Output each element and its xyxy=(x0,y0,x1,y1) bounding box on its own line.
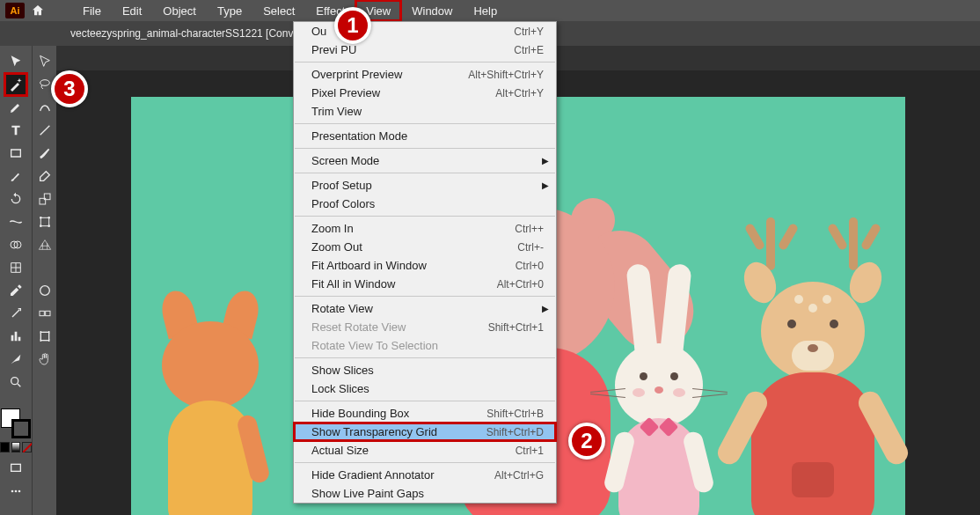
curvature-tool[interactable] xyxy=(34,97,55,118)
menuitem-screen-mode[interactable]: Screen Mode▶ xyxy=(294,151,556,170)
callout-3: 3 xyxy=(51,70,88,107)
menuitem-overprint-preview[interactable]: Overprint PreviewAlt+Shift+Ctrl+Y xyxy=(294,65,556,84)
menuitem-show-live-paint-gaps[interactable]: Show Live Paint Gaps xyxy=(294,484,556,503)
menuitem-fit-artboard-in-window[interactable]: Fit Artboard in WindowCtrl+0 xyxy=(294,256,556,275)
svg-point-4 xyxy=(11,490,14,493)
color-picker-icon[interactable] xyxy=(34,280,55,301)
svg-point-6 xyxy=(18,490,21,493)
fill-stroke[interactable] xyxy=(0,408,32,452)
rectangle-tool[interactable] xyxy=(5,143,26,164)
perspective-grid-tool[interactable] xyxy=(34,234,55,255)
svg-point-7 xyxy=(40,80,49,86)
svg-rect-18 xyxy=(45,311,49,315)
illustration-fox xyxy=(149,242,272,515)
pen-tool[interactable] xyxy=(5,97,26,118)
menuitem-reset-rotate-view: Reset Rotate ViewShift+Ctrl+1 xyxy=(294,318,556,336)
menu-select[interactable]: Select xyxy=(252,0,305,21)
menu-object[interactable]: Object xyxy=(152,0,207,21)
eyedropper-tool[interactable] xyxy=(5,280,26,301)
rotate-tool[interactable] xyxy=(5,188,26,210)
menuitem-proof-setup[interactable]: Proof Setup▶ xyxy=(294,176,556,195)
menu-type[interactable]: Type xyxy=(207,0,252,21)
menuitem-fit-all-in-window[interactable]: Fit All in WindowAlt+Ctrl+0 xyxy=(294,275,556,293)
symbol-sprayer-tool[interactable] xyxy=(5,303,26,324)
scale-tool[interactable] xyxy=(34,188,55,210)
home-icon[interactable] xyxy=(28,4,48,18)
callout-2: 2 xyxy=(568,423,605,460)
menuitem-previ-pu[interactable]: Previ PUCtrl+E xyxy=(294,40,556,59)
screen-mode-tool[interactable] xyxy=(5,458,26,479)
gradient-tool[interactable] xyxy=(34,257,55,278)
svg-point-2 xyxy=(11,378,18,385)
menuitem-show-slices[interactable]: Show Slices xyxy=(294,361,556,379)
menuitem-zoom-in[interactable]: Zoom InCtrl++ xyxy=(294,219,556,238)
menu-file[interactable]: File xyxy=(72,0,112,21)
mesh-tool[interactable] xyxy=(5,257,26,278)
svg-point-11 xyxy=(40,217,42,219)
left-toolbar-col2 xyxy=(32,46,56,515)
hand-tool[interactable] xyxy=(34,349,55,370)
menu-edit[interactable]: Edit xyxy=(112,0,152,21)
illustration-rabbit xyxy=(597,260,720,515)
menuitem-proof-colors[interactable]: Proof Colors xyxy=(294,195,556,213)
column-graph-tool[interactable] xyxy=(5,326,26,347)
svg-rect-3 xyxy=(11,464,21,471)
direct-selection-tool[interactable] xyxy=(34,51,55,72)
app-icon: Ai xyxy=(5,3,25,18)
edit-toolbar[interactable] xyxy=(5,481,26,502)
svg-point-12 xyxy=(48,217,50,219)
artboard-tool[interactable] xyxy=(34,326,55,347)
svg-point-5 xyxy=(15,490,18,493)
menuitem-hide-gradient-annotator[interactable]: Hide Gradient AnnotatorAlt+Ctrl+G xyxy=(294,466,556,484)
free-transform-tool[interactable] xyxy=(34,211,55,232)
svg-point-16 xyxy=(40,286,49,296)
menuitem-trim-view[interactable]: Trim View xyxy=(294,102,556,121)
zoom-tool[interactable] xyxy=(5,372,26,393)
left-toolbar-col1 xyxy=(0,46,32,515)
eraser-tool[interactable] xyxy=(34,166,55,187)
menuitem-lock-slices[interactable]: Lock Slices xyxy=(294,379,556,398)
selection-tool[interactable] xyxy=(5,51,26,72)
menuitem-actual-size[interactable]: Actual SizeCtrl+1 xyxy=(294,441,556,460)
svg-rect-10 xyxy=(40,217,48,225)
menuitem-ou[interactable]: OuCtrl+Y xyxy=(294,22,556,40)
menuitem-rotate-view[interactable]: Rotate View▶ xyxy=(294,299,556,318)
line-segment-tool[interactable] xyxy=(34,120,55,141)
blob-brush-tool[interactable] xyxy=(34,143,55,164)
menuitem-pixel-preview[interactable]: Pixel PreviewAlt+Ctrl+Y xyxy=(294,84,556,102)
magic-wand-tool[interactable] xyxy=(5,74,26,95)
svg-point-14 xyxy=(48,224,50,227)
svg-rect-19 xyxy=(40,332,48,340)
shape-builder-tool[interactable] xyxy=(5,234,26,255)
menu-window[interactable]: Window xyxy=(401,0,463,21)
menuitem-rotate-view-to-selection: Rotate View To Selection xyxy=(294,336,556,355)
paintbrush-tool[interactable] xyxy=(5,166,26,187)
menuitem-hide-bounding-box[interactable]: Hide Bounding BoxShift+Ctrl+B xyxy=(294,404,556,423)
illustration-deer xyxy=(729,207,896,515)
type-tool[interactable] xyxy=(5,120,26,141)
slice-tool[interactable] xyxy=(5,349,26,370)
svg-point-13 xyxy=(40,224,42,227)
callout-1: 1 xyxy=(334,7,371,44)
view-menu-dropdown: OuCtrl+YPrevi PUCtrl+EOverprint PreviewA… xyxy=(293,21,557,504)
menu-help[interactable]: Help xyxy=(463,0,508,21)
menuitem-show-transparency-grid[interactable]: Show Transparency GridShift+Ctrl+D xyxy=(294,423,556,441)
svg-rect-17 xyxy=(40,311,44,315)
menubar: Ai FileEditObjectTypeSelectEffectViewWin… xyxy=(0,0,980,21)
svg-rect-15 xyxy=(40,263,49,273)
menuitem-presentation-mode[interactable]: Presentation Mode xyxy=(294,127,556,145)
width-tool[interactable] xyxy=(5,211,26,232)
menuitem-zoom-out[interactable]: Zoom OutCtrl+- xyxy=(294,238,556,256)
blend-tool[interactable] xyxy=(34,303,55,324)
